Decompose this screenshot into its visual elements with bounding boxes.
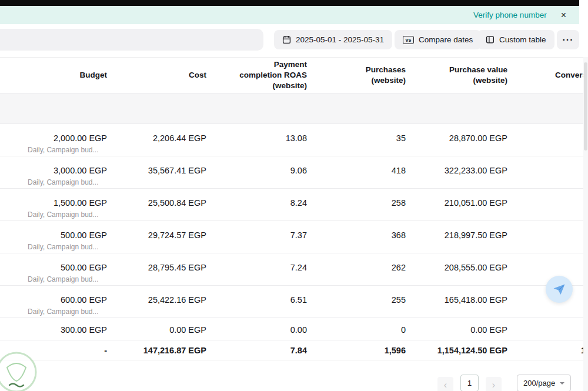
purchase-value-cell: 208,555.00 EGP [406,262,507,285]
cost-cell: 35,567.41 EGP [107,165,206,188]
roas-cell: 13.08 [206,133,307,156]
conversions-cell [507,165,588,188]
budget-cell: 600.00 EGP Daily, Campaign bud... [0,295,107,318]
next-page-button[interactable]: › [486,377,502,391]
vs-icon: vs [403,36,414,44]
budget-subtext: Daily, Campaign bud... [0,210,107,219]
purchase-value-cell: 218,997.50 EGP [406,230,507,253]
purchases-cell: 368 [307,230,406,253]
budget-subtext: Daily, Campaign bud... [0,145,107,155]
purchases-cell: 35 [307,133,406,156]
filter-search-input[interactable] [0,29,263,51]
browser-top-strip [0,0,579,6]
total-cost: 147,216.87 EGP [107,345,206,360]
cost-cell: 28,795.45 EGP [107,262,206,285]
purchase-value-cell: 165,418.00 EGP [406,295,507,318]
ads-manager-screen: Verify phone number × 2025-05-01 - 2025-… [0,0,588,391]
header-cost[interactable]: Cost [107,58,206,93]
cost-cell: 2,206.44 EGP [107,133,206,156]
header-conversions[interactable]: Conversions [507,58,588,93]
compare-dates-label: Compare dates [419,35,473,44]
purchases-cell: 0 [307,325,406,340]
budget-value: 3,000.00 EGP [0,165,107,176]
budget-subtext: Daily, Campaign bud... [0,275,107,284]
page-size-label: 200/page [523,379,555,387]
toolbar: 2025-05-01 - 2025-05-31 vs Compare dates… [0,24,588,57]
table-columns-icon [486,35,495,44]
calendar-icon [282,35,291,44]
budget-subtext: Daily, Campaign bud... [0,307,107,316]
purchases-cell: 255 [307,295,406,318]
current-page-input[interactable]: 1 [460,375,479,391]
roas-cell: 8.24 [206,198,307,220]
vertical-scrollbar[interactable] [584,62,587,151]
header-purchases[interactable]: Purchases (website) [307,58,406,93]
cost-cell: 0.00 EGP [107,325,206,340]
cost-cell: 25,500.84 EGP [107,198,206,220]
table-row[interactable]: 600.00 EGP Daily, Campaign bud... 25,422… [0,286,588,318]
budget-subtext: Daily, Campaign bud... [0,178,107,187]
total-purchases: 1,596 [307,345,406,360]
close-icon[interactable]: × [561,11,566,20]
purchase-value-cell: 210,051.00 EGP [406,198,507,220]
purchase-value-cell: 322,233.00 EGP [406,165,507,188]
table-row[interactable]: 500.00 EGP Daily, Campaign bud... 28,795… [0,253,588,286]
chevron-down-icon [560,382,564,385]
table-row[interactable]: 2,000.00 EGP Daily, Campaign bud... 2,20… [0,124,588,156]
purchase-value-cell: 0.00 EGP [406,325,507,340]
header-purchase-value[interactable]: Purchase value (website) [406,58,507,93]
budget-cell: 300.00 EGP [0,325,107,340]
header-roas[interactable]: Payment completion ROAS (website) [206,58,307,93]
roas-cell: 0.00 [206,325,307,340]
budget-cell: 2,000.00 EGP Daily, Campaign bud... [0,133,107,156]
ellipsis-icon: ··· [563,35,574,45]
budget-value: 500.00 EGP [0,262,107,273]
conversions-cell [507,325,588,340]
budget-value: 600.00 EGP [0,295,107,306]
summary-filter-row [0,93,588,124]
purchases-cell: 258 [307,198,406,220]
support-chat-icon [552,282,566,296]
total-purchase-value: 1,154,124.50 EGP [406,345,507,360]
prev-page-button[interactable]: ‹ [437,377,453,391]
budget-cell: 500.00 EGP Daily, Campaign bud... [0,230,107,253]
purchase-value-cell: 28,870.00 EGP [406,133,507,156]
purchases-cell: 262 [307,262,406,285]
budget-value: 2,000.00 EGP [0,133,107,144]
compare-dates-button[interactable]: vs Compare dates [395,30,481,49]
table-row[interactable]: 3,000.00 EGP Daily, Campaign bud... 35,5… [0,156,588,189]
page-size-select[interactable]: 200/page [517,375,571,391]
conversions-cell [507,230,588,253]
table-header-row: Budget Cost Payment completion ROAS (web… [0,58,588,93]
budget-value: 1,500.00 EGP [0,198,107,209]
support-chat-button[interactable] [546,276,573,303]
conversions-cell [507,198,588,220]
roas-cell: 7.37 [206,230,307,253]
date-range-button[interactable]: 2025-05-01 - 2025-05-31 [274,30,392,49]
custom-table-button[interactable]: Custom table [477,30,554,49]
budget-value: 500.00 EGP [0,230,107,241]
metrics-table: Budget Cost Payment completion ROAS (web… [0,57,588,360]
budget-cell: 1,500.00 EGP Daily, Campaign bud... [0,198,107,220]
table-row[interactable]: 500.00 EGP Daily, Campaign bud... 29,724… [0,221,588,253]
roas-cell: 7.24 [206,262,307,285]
conversions-cell [507,133,588,156]
table-row[interactable]: 300.00 EGP 0.00 EGP 0.00 0 0.00 EGP [0,318,588,340]
roas-cell: 9.06 [206,165,307,188]
custom-table-label: Custom table [499,35,546,44]
total-roas: 7.84 [206,345,307,360]
roas-cell: 6.51 [206,295,307,318]
header-budget[interactable]: Budget [0,58,107,93]
cost-cell: 29,724.57 EGP [107,230,206,253]
conversions-cell [507,295,588,318]
table-row[interactable]: 1,500.00 EGP Daily, Campaign bud... 25,5… [0,189,588,221]
budget-cell: 500.00 EGP Daily, Campaign bud... [0,262,107,285]
budget-subtext: Daily, Campaign bud... [0,242,107,252]
notification-bar: Verify phone number × [0,6,579,24]
verify-phone-link[interactable]: Verify phone number [473,11,547,19]
date-range-label: 2025-05-01 - 2025-05-31 [296,35,384,44]
budget-cell: 3,000.00 EGP Daily, Campaign bud... [0,165,107,188]
total-conversions: 1, [507,345,588,360]
more-options-button[interactable]: ··· [557,30,579,49]
pagination-bar: ‹ 1 › 200/page [0,375,588,391]
